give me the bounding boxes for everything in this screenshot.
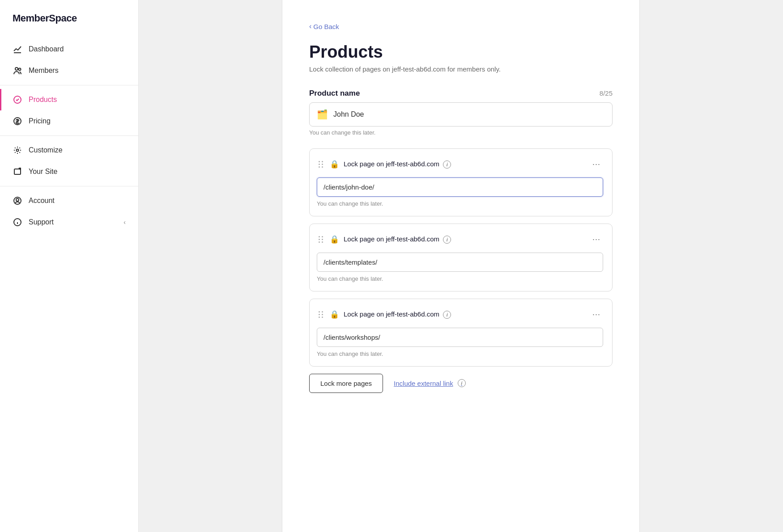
lock-card-2-header: 🔒 Lock page on jeff-test-ab6d.com i ··· (317, 233, 603, 246)
sidebar-item-your-site[interactable]: Your Site (0, 161, 138, 182)
lock-card-2-title: Lock page on jeff-test-ab6d.com i (344, 235, 585, 244)
svg-point-8 (16, 198, 19, 201)
include-external-link[interactable]: Include external link i (394, 379, 466, 387)
chevron-left-icon: ‹ (123, 219, 126, 226)
sidebar-item-your-site-label: Your Site (29, 168, 57, 176)
lock-card-3: 🔒 Lock page on jeff-test-ab6d.com i ··· … (309, 299, 613, 367)
lock-card-1: 🔒 Lock page on jeff-test-ab6d.com i ··· … (309, 148, 613, 216)
lock-card-3-hint: You can change this later. (317, 350, 603, 357)
main-area: ‹ Go Back Products Lock collection of pa… (139, 0, 783, 532)
site-icon (13, 167, 22, 177)
sidebar-item-pricing-label: Pricing (29, 117, 51, 125)
drag-handle-1[interactable] (317, 160, 325, 169)
bottom-actions: Lock more pages Include external link i (309, 374, 613, 393)
pricing-icon (13, 116, 22, 126)
lock-path-input-3[interactable] (317, 328, 603, 347)
sidebar-item-dashboard[interactable]: Dashboard (0, 38, 138, 60)
members-icon (13, 66, 22, 76)
sidebar-nav: Dashboard Members Products (0, 35, 138, 236)
sidebar-item-customize[interactable]: Customize (0, 139, 138, 161)
lock-path-input-1[interactable] (317, 177, 603, 197)
product-name-value: John Doe (333, 110, 364, 118)
chevron-left-icon: ‹ (309, 22, 311, 30)
chart-icon (13, 44, 22, 54)
sidebar-divider-2 (0, 135, 138, 136)
include-external-link-label: Include external link (394, 380, 453, 387)
lock-path-input-2[interactable] (317, 253, 603, 272)
product-name-section-header: Product name 8/25 (309, 89, 613, 98)
info-icon-external[interactable]: i (458, 379, 466, 387)
lock-more-pages-button[interactable]: Lock more pages (309, 374, 383, 393)
info-icon-2[interactable]: i (443, 236, 451, 244)
sidebar-item-products[interactable]: Products (0, 89, 138, 110)
more-options-3[interactable]: ··· (590, 308, 603, 321)
svg-rect-6 (14, 169, 21, 174)
sidebar-item-members[interactable]: Members (0, 60, 138, 81)
go-back-link[interactable]: ‹ Go Back (309, 22, 339, 30)
lock-icon-3: 🔒 (330, 310, 339, 319)
product-emoji: 🗂️ (317, 109, 328, 120)
support-icon (13, 217, 22, 227)
account-icon (13, 196, 22, 206)
sidebar-item-support-label: Support (29, 218, 54, 226)
sidebar-item-account-label: Account (29, 197, 55, 205)
lock-card-3-title: Lock page on jeff-test-ab6d.com i (344, 310, 585, 319)
svg-point-1 (15, 68, 18, 70)
info-icon-1[interactable]: i (443, 160, 451, 169)
lock-card-2-hint: You can change this later. (317, 275, 603, 282)
drag-handle-3[interactable] (317, 310, 325, 319)
lock-card-1-title: Lock page on jeff-test-ab6d.com i (344, 160, 585, 169)
lock-card-1-hint: You can change this later. (317, 200, 603, 207)
lock-card-3-header: 🔒 Lock page on jeff-test-ab6d.com i ··· (317, 308, 603, 321)
sidebar-item-members-label: Members (29, 67, 59, 75)
customize-icon (13, 145, 22, 155)
sidebar-item-products-label: Products (29, 96, 57, 104)
lock-icon-2: 🔒 (330, 235, 339, 244)
sidebar-item-dashboard-label: Dashboard (29, 45, 64, 53)
more-options-2[interactable]: ··· (590, 233, 603, 246)
more-options-1[interactable]: ··· (590, 158, 603, 171)
lock-card-1-header: 🔒 Lock page on jeff-test-ab6d.com i ··· (317, 158, 603, 171)
page-title: Products (309, 43, 613, 62)
svg-point-5 (17, 149, 19, 152)
sidebar-divider-1 (0, 85, 138, 85)
sidebar-divider-3 (0, 186, 138, 186)
products-icon (13, 95, 22, 105)
lock-icon-1: 🔒 (330, 160, 339, 169)
info-icon-3[interactable]: i (443, 311, 451, 319)
app-logo: MemberSpace (0, 0, 138, 35)
char-count: 8/25 (600, 89, 613, 97)
sidebar-item-customize-label: Customize (29, 146, 63, 154)
sidebar-item-pricing[interactable]: Pricing (0, 110, 138, 132)
sidebar-item-support[interactable]: Support ‹ (0, 211, 138, 233)
product-name-label: Product name (309, 89, 360, 98)
product-name-input[interactable]: 🗂️ John Doe (309, 102, 613, 127)
page-subtitle: Lock collection of pages on jeff-test-ab… (309, 65, 613, 73)
sidebar: MemberSpace Dashboard Members (0, 0, 139, 532)
drag-handle-2[interactable] (317, 235, 325, 244)
lock-card-2: 🔒 Lock page on jeff-test-ab6d.com i ··· … (309, 224, 613, 291)
go-back-label: Go Back (313, 23, 339, 30)
product-name-hint: You can change this later. (309, 129, 613, 136)
sidebar-item-account[interactable]: Account (0, 190, 138, 211)
svg-point-2 (19, 68, 21, 71)
